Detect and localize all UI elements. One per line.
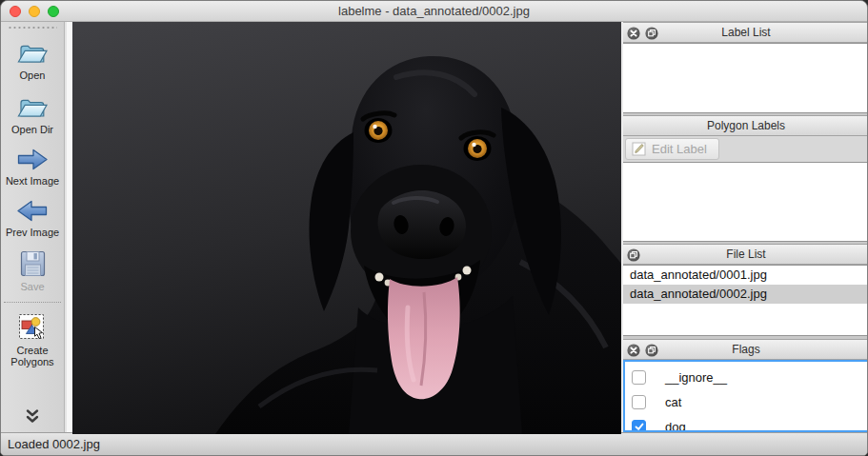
polygon-labels-title: Polygon Labels: [623, 116, 868, 137]
toolbar-button-open[interactable]: Open: [1, 32, 64, 87]
checkbox-checked-icon[interactable]: [632, 420, 646, 433]
flag-item: __ignore__: [625, 365, 867, 389]
create-polygons-icon: [18, 313, 47, 342]
flags-list[interactable]: __ignore__catdog: [623, 360, 868, 432]
float-panel-icon[interactable]: [645, 27, 658, 40]
dog-right-eye: [464, 136, 492, 161]
labelme-window: labelme - data_annotated/0002.jpg OpenOp…: [0, 0, 868, 456]
flag-label: __ignore__: [665, 370, 727, 385]
dog-photo: [72, 22, 621, 434]
toolbar-button-label: Prev Image: [6, 227, 59, 238]
edit-label-text: Edit Label: [652, 142, 707, 156]
toolbar-button-create-polygons[interactable]: Create Polygons: [1, 307, 64, 373]
polygon-labels-toolbar: Edit Label: [623, 136, 868, 162]
toolbar-button-save[interactable]: Save: [1, 244, 64, 298]
toolbar-button-label: Save: [20, 281, 44, 292]
toolbar-separator: [4, 302, 61, 303]
pencil-icon: [632, 142, 646, 156]
panel-flags: Flags __ignore__catdog: [623, 339, 868, 432]
image-canvas[interactable]: [72, 22, 621, 434]
flags-title: Flags: [623, 340, 868, 361]
label-list[interactable]: [623, 43, 868, 113]
window-title: labelme - data_annotated/0002.jpg: [1, 1, 867, 22]
folder-icon: [15, 92, 50, 121]
panel-label-list: Label List: [623, 22, 868, 113]
title-bar[interactable]: labelme - data_annotated/0002.jpg: [1, 1, 867, 22]
panel-polygon-labels: Polygon Labels Edit Label: [623, 115, 868, 242]
file-list-item[interactable]: data_annotated/0001.jpg: [623, 266, 868, 285]
flag-label: dog: [665, 420, 686, 433]
flags-header[interactable]: Flags: [623, 339, 868, 360]
checkbox-unchecked-icon[interactable]: [632, 395, 646, 409]
arrow-left-icon: [15, 198, 50, 224]
save-icon: [18, 249, 48, 278]
checkbox-unchecked-icon[interactable]: [632, 370, 646, 385]
flag-item: cat: [625, 389, 867, 414]
toolbar-button-label: Create Polygons: [2, 345, 63, 367]
toolbar: OpenOpen DirNext ImagePrev ImageSaveCrea…: [1, 22, 65, 432]
float-panel-icon[interactable]: [645, 344, 658, 357]
folder-icon: [15, 38, 50, 67]
chevron-down-icon: [24, 411, 41, 427]
toolbar-button-open-dir[interactable]: Open Dir: [1, 87, 64, 141]
status-message: Loaded 0002.jpg: [1, 437, 100, 451]
dock-area: Label List Polygon Labels Edit Label: [623, 22, 868, 432]
close-panel-icon[interactable]: [627, 27, 640, 40]
toolbar-button-prev-image[interactable]: Prev Image: [1, 192, 64, 244]
toolbar-button-label: Open Dir: [11, 124, 53, 135]
close-panel-icon[interactable]: [627, 344, 640, 357]
float-panel-icon[interactable]: [627, 248, 640, 262]
polygon-labels-header[interactable]: Polygon Labels: [623, 115, 868, 136]
panel-file-list: File List data_annotated/0001.jpgdata_an…: [623, 244, 868, 336]
toolbar-button-label: Open: [20, 69, 46, 81]
dog-left-eye: [365, 118, 393, 143]
status-bar: Loaded 0002.jpg: [1, 432, 867, 455]
arrow-right-icon: [15, 147, 50, 172]
file-list-item[interactable]: data_annotated/0002.jpg: [623, 285, 868, 304]
toolbar-button-label: Next Image: [6, 175, 59, 187]
toolbar-canvas-splitter[interactable]: [65, 22, 72, 432]
file-list-title: File List: [623, 245, 868, 266]
flag-item: dog: [625, 414, 867, 432]
label-list-header[interactable]: Label List: [623, 22, 868, 43]
toolbar-drag-handle[interactable]: [8, 26, 57, 30]
toolbar-button-next-image[interactable]: Next Image: [1, 141, 64, 192]
file-list-header[interactable]: File List: [623, 244, 868, 265]
toolbar-overflow-button[interactable]: [24, 408, 41, 425]
file-list[interactable]: data_annotated/0001.jpgdata_annotated/00…: [623, 265, 868, 336]
flag-label: cat: [665, 395, 681, 409]
edit-label-button[interactable]: Edit Label: [625, 138, 719, 160]
polygon-labels-list[interactable]: [623, 162, 868, 242]
label-list-title: Label List: [623, 23, 868, 44]
